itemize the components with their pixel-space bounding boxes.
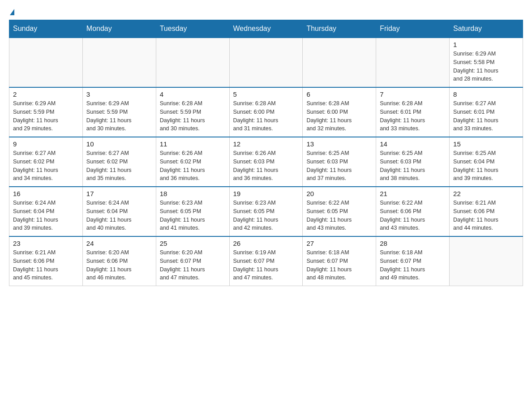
calendar-cell: 25Sunrise: 6:20 AMSunset: 6:07 PMDayligh…: [156, 236, 229, 286]
day-info: Sunrise: 6:20 AMSunset: 6:06 PMDaylight:…: [86, 248, 152, 282]
day-info: Sunrise: 6:25 AMSunset: 6:04 PMDaylight:…: [453, 149, 519, 183]
day-number: 8: [453, 90, 519, 98]
weekday-header-thursday: Thursday: [303, 20, 376, 38]
calendar-cell: 2Sunrise: 6:29 AMSunset: 5:59 PMDaylight…: [9, 87, 83, 137]
calendar-cell: 26Sunrise: 6:19 AMSunset: 6:07 PMDayligh…: [229, 236, 303, 286]
calendar-cell: 12Sunrise: 6:26 AMSunset: 6:03 PMDayligh…: [229, 137, 303, 187]
day-info: Sunrise: 6:19 AMSunset: 6:07 PMDaylight:…: [233, 248, 299, 282]
logo-triangle-icon: [10, 9, 14, 15]
day-info: Sunrise: 6:29 AMSunset: 5:59 PMDaylight:…: [86, 99, 152, 133]
day-info: Sunrise: 6:22 AMSunset: 6:06 PMDaylight:…: [380, 199, 446, 232]
calendar-cell: 13Sunrise: 6:25 AMSunset: 6:03 PMDayligh…: [303, 137, 376, 187]
day-info: Sunrise: 6:18 AMSunset: 6:07 PMDaylight:…: [380, 248, 446, 282]
calendar-cell: 1Sunrise: 6:29 AMSunset: 5:58 PMDaylight…: [450, 38, 523, 87]
calendar-cell: [303, 38, 376, 87]
calendar-cell: 27Sunrise: 6:18 AMSunset: 6:07 PMDayligh…: [303, 236, 376, 286]
calendar-cell: 10Sunrise: 6:27 AMSunset: 6:02 PMDayligh…: [82, 137, 156, 187]
calendar-cell: 18Sunrise: 6:23 AMSunset: 6:05 PMDayligh…: [156, 187, 229, 236]
day-info: Sunrise: 6:23 AMSunset: 6:05 PMDaylight:…: [233, 199, 299, 232]
day-number: 22: [453, 190, 519, 197]
day-number: 1: [453, 41, 519, 48]
calendar-cell: [82, 38, 156, 87]
calendar-cell: [229, 38, 303, 87]
day-info: Sunrise: 6:28 AMSunset: 6:01 PMDaylight:…: [380, 99, 446, 133]
calendar-cell: [376, 38, 450, 87]
day-number: 2: [13, 90, 79, 98]
week-row-4: 16Sunrise: 6:24 AMSunset: 6:04 PMDayligh…: [9, 187, 523, 236]
day-info: Sunrise: 6:27 AMSunset: 6:01 PMDaylight:…: [453, 99, 519, 133]
day-number: 27: [306, 240, 372, 247]
calendar-cell: 11Sunrise: 6:26 AMSunset: 6:02 PMDayligh…: [156, 137, 229, 187]
day-number: 7: [380, 90, 446, 98]
day-info: Sunrise: 6:28 AMSunset: 6:00 PMDaylight:…: [233, 99, 299, 133]
day-info: Sunrise: 6:22 AMSunset: 6:05 PMDaylight:…: [306, 199, 372, 232]
day-number: 25: [160, 240, 226, 247]
day-number: 16: [13, 190, 79, 197]
calendar-cell: [450, 236, 523, 286]
calendar-header-row: SundayMondayTuesdayWednesdayThursdayFrid…: [9, 20, 523, 38]
day-info: Sunrise: 6:21 AMSunset: 6:06 PMDaylight:…: [453, 199, 519, 232]
day-info: Sunrise: 6:29 AMSunset: 5:59 PMDaylight:…: [13, 99, 79, 133]
day-number: 3: [86, 90, 152, 98]
day-number: 12: [233, 140, 299, 148]
calendar-cell: 8Sunrise: 6:27 AMSunset: 6:01 PMDaylight…: [450, 87, 523, 137]
day-info: Sunrise: 6:27 AMSunset: 6:02 PMDaylight:…: [13, 149, 79, 183]
day-info: Sunrise: 6:28 AMSunset: 6:00 PMDaylight:…: [306, 99, 372, 133]
day-number: 19: [233, 190, 299, 197]
calendar-cell: 6Sunrise: 6:28 AMSunset: 6:00 PMDaylight…: [303, 87, 376, 137]
day-number: 14: [380, 140, 446, 148]
calendar-cell: 22Sunrise: 6:21 AMSunset: 6:06 PMDayligh…: [450, 187, 523, 236]
weekday-header-friday: Friday: [376, 20, 450, 38]
calendar-cell: 4Sunrise: 6:28 AMSunset: 5:59 PMDaylight…: [156, 87, 229, 137]
day-number: 10: [86, 140, 152, 148]
day-info: Sunrise: 6:24 AMSunset: 6:04 PMDaylight:…: [86, 199, 152, 232]
day-number: 5: [233, 90, 299, 98]
calendar-cell: 14Sunrise: 6:25 AMSunset: 6:03 PMDayligh…: [376, 137, 450, 187]
calendar-cell: 3Sunrise: 6:29 AMSunset: 5:59 PMDaylight…: [82, 87, 156, 137]
day-info: Sunrise: 6:23 AMSunset: 6:05 PMDaylight:…: [160, 199, 226, 232]
day-info: Sunrise: 6:24 AMSunset: 6:04 PMDaylight:…: [13, 199, 79, 232]
calendar-cell: [156, 38, 229, 87]
calendar-cell: 23Sunrise: 6:21 AMSunset: 6:06 PMDayligh…: [9, 236, 83, 286]
day-info: Sunrise: 6:28 AMSunset: 5:59 PMDaylight:…: [160, 99, 226, 133]
calendar-cell: 5Sunrise: 6:28 AMSunset: 6:00 PMDaylight…: [229, 87, 303, 137]
day-info: Sunrise: 6:27 AMSunset: 6:02 PMDaylight:…: [86, 149, 152, 183]
day-info: Sunrise: 6:18 AMSunset: 6:07 PMDaylight:…: [306, 248, 372, 282]
day-info: Sunrise: 6:26 AMSunset: 6:03 PMDaylight:…: [233, 149, 299, 183]
day-number: 26: [233, 240, 299, 247]
calendar-cell: 28Sunrise: 6:18 AMSunset: 6:07 PMDayligh…: [376, 236, 450, 286]
calendar-cell: 15Sunrise: 6:25 AMSunset: 6:04 PMDayligh…: [450, 137, 523, 187]
day-number: 6: [306, 90, 372, 98]
week-row-5: 23Sunrise: 6:21 AMSunset: 6:06 PMDayligh…: [9, 236, 523, 286]
day-number: 23: [13, 240, 79, 247]
day-info: Sunrise: 6:21 AMSunset: 6:06 PMDaylight:…: [13, 248, 79, 282]
day-info: Sunrise: 6:20 AMSunset: 6:07 PMDaylight:…: [160, 248, 226, 282]
week-row-2: 2Sunrise: 6:29 AMSunset: 5:59 PMDaylight…: [9, 87, 523, 137]
day-number: 21: [380, 190, 446, 197]
day-number: 24: [86, 240, 152, 247]
weekday-header-monday: Monday: [82, 20, 156, 38]
weekday-header-saturday: Saturday: [450, 20, 523, 38]
page-header: [9, 9, 523, 15]
calendar-cell: 24Sunrise: 6:20 AMSunset: 6:06 PMDayligh…: [82, 236, 156, 286]
day-number: 4: [160, 90, 226, 98]
day-number: 17: [86, 190, 152, 197]
calendar-cell: 17Sunrise: 6:24 AMSunset: 6:04 PMDayligh…: [82, 187, 156, 236]
day-info: Sunrise: 6:29 AMSunset: 5:58 PMDaylight:…: [453, 50, 519, 83]
day-number: 15: [453, 140, 519, 148]
weekday-header-sunday: Sunday: [9, 20, 83, 38]
calendar-cell: 9Sunrise: 6:27 AMSunset: 6:02 PMDaylight…: [9, 137, 83, 187]
day-number: 13: [306, 140, 372, 148]
week-row-1: 1Sunrise: 6:29 AMSunset: 5:58 PMDaylight…: [9, 38, 523, 87]
logo: [9, 9, 14, 15]
calendar-cell: 20Sunrise: 6:22 AMSunset: 6:05 PMDayligh…: [303, 187, 376, 236]
day-info: Sunrise: 6:26 AMSunset: 6:02 PMDaylight:…: [160, 149, 226, 183]
calendar-cell: 19Sunrise: 6:23 AMSunset: 6:05 PMDayligh…: [229, 187, 303, 236]
day-info: Sunrise: 6:25 AMSunset: 6:03 PMDaylight:…: [306, 149, 372, 183]
day-number: 20: [306, 190, 372, 197]
calendar-cell: 21Sunrise: 6:22 AMSunset: 6:06 PMDayligh…: [376, 187, 450, 236]
calendar-cell: 7Sunrise: 6:28 AMSunset: 6:01 PMDaylight…: [376, 87, 450, 137]
day-number: 18: [160, 190, 226, 197]
calendar-cell: 16Sunrise: 6:24 AMSunset: 6:04 PMDayligh…: [9, 187, 83, 236]
weekday-header-tuesday: Tuesday: [156, 20, 229, 38]
